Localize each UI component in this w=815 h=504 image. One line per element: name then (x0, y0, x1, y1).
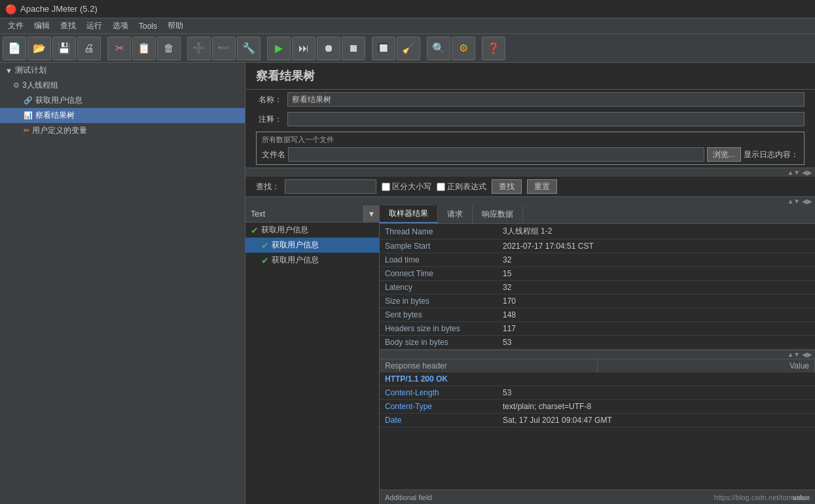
scroll-arrows-top: ▲▼ ◀▶ (787, 169, 812, 176)
tree-item-thread-group[interactable]: ⚙ 3人线程组 (0, 78, 245, 93)
comment-input[interactable] (287, 112, 805, 126)
remote-start-button[interactable]: ⚙ (452, 37, 475, 60)
resp-header-value: Sat, 17 Jul 2021 09:04:47 GMT (498, 414, 815, 427)
app-title: Apache JMeter (5.2) (20, 4, 98, 14)
resp-header-value: text/plain; charset=UTF-8 (498, 400, 815, 414)
menu-options[interactable]: 选项 (107, 19, 134, 33)
open-button[interactable]: 📂 (27, 37, 51, 60)
sampler-row: Latency32 (380, 281, 815, 295)
regex-check[interactable]: 正则表达式 (437, 181, 486, 192)
user-vars-icon: ✏ (24, 126, 29, 135)
additional-value: value (793, 494, 810, 501)
save-button[interactable]: 💾 (52, 37, 76, 60)
scroll-arrows-bottom: ▲▼ ◀▶ (787, 198, 812, 205)
menu-file[interactable]: 文件 (3, 19, 29, 33)
tree-item-test-plan[interactable]: ▼ 测试计划 (0, 63, 245, 78)
tab-response-data[interactable]: 响应数据 (473, 206, 523, 223)
log-label: 显示日志内容： (744, 149, 799, 160)
clear-button[interactable]: 🔲 (372, 37, 395, 60)
resp-header-key: Date (380, 414, 498, 427)
find-button[interactable]: 🔍 (427, 37, 450, 60)
saveas-button[interactable]: 🖨 (77, 37, 101, 60)
file-input[interactable] (288, 147, 704, 162)
sampler-key: Connect Time (380, 267, 498, 281)
resp-header-key: Content-Length (380, 386, 498, 400)
stop-button[interactable]: ⏺ (317, 37, 340, 60)
regex-checkbox[interactable] (437, 183, 445, 191)
copy-button[interactable]: 📋 (132, 37, 156, 60)
tree-item-view-results[interactable]: 📊 察看结果树 (0, 108, 245, 123)
comment-row: 注释： (245, 109, 815, 129)
sampler-row: Sent bytes148 (380, 308, 815, 322)
help-button[interactable]: ❓ (482, 37, 505, 60)
new-button[interactable]: 📄 (3, 37, 26, 60)
delete-button[interactable]: 🗑 (157, 37, 181, 60)
check-icon-0: ✔ (251, 225, 259, 236)
sampler-key: Body size in bytes (380, 336, 498, 350)
result-item-2[interactable]: ✔ 获取用户信息 (245, 253, 379, 268)
resp-row: DateSat, 17 Jul 2021 09:04:47 GMT (380, 414, 815, 427)
result-label-2: 获取用户信息 (272, 255, 319, 266)
tab-sampler-results[interactable]: 取样器结果 (380, 206, 438, 223)
add-button[interactable]: ➕ (187, 37, 211, 60)
clear-all-button[interactable]: 🧹 (397, 37, 420, 60)
toolbar: 📄 📂 💾 🖨 ✂ 📋 🗑 ➕ ➖ 🔧 ▶ ⏭ ⏺ ⏹ 🔲 🧹 🔍 ⚙ ❓ (0, 34, 815, 63)
shutdown-button[interactable]: ⏹ (342, 37, 365, 60)
test-plan-label: 测试计划 (15, 65, 46, 76)
thread-group-icon: ⚙ (13, 81, 20, 90)
sampler-row: Sample Start2021-07-17 17:04:51 CST (380, 240, 815, 253)
menu-help[interactable]: 帮助 (162, 19, 189, 33)
start-nopause-button[interactable]: ⏭ (292, 37, 316, 60)
file-section: 所有数据写入一个文件 文件名 浏览... 显示日志内容： (256, 132, 805, 165)
result-item-1[interactable]: ✔ 获取用户信息 (245, 238, 379, 253)
tree-panel-expand[interactable]: ▼ (363, 206, 379, 223)
tree-panel-title: Text (245, 209, 363, 219)
search-input[interactable] (285, 179, 376, 194)
menu-search[interactable]: 查找 (55, 19, 81, 33)
resp-header-value (498, 372, 815, 386)
sampler-value: 3人线程组 1-2 (498, 224, 815, 240)
result-item-0[interactable]: ✔ 获取用户信息 (245, 223, 379, 238)
sampler-value: 53 (498, 336, 815, 350)
resp-row: Content-Typetext/plain; charset=UTF-8 (380, 400, 815, 414)
result-label-1: 获取用户信息 (272, 240, 319, 251)
tabs-row: 取样器结果 请求 响应数据 (380, 206, 815, 224)
tree-item-user-vars[interactable]: ✏ 用户定义的变量 (0, 123, 245, 138)
menu-edit[interactable]: 编辑 (29, 19, 55, 33)
sampler-row: Headers size in bytes117 (380, 322, 815, 336)
sampler-key: Sent bytes (380, 308, 498, 322)
tree-panel: Text ▼ ✔ 获取用户信息 ✔ 获取用户信息 ✔ 获取用户信息 (245, 206, 380, 504)
tab-request[interactable]: 请求 (438, 206, 473, 223)
result-tree-items: ✔ 获取用户信息 ✔ 获取用户信息 ✔ 获取用户信息 (245, 223, 379, 504)
remove-button[interactable]: ➖ (212, 37, 236, 60)
name-input[interactable] (287, 92, 805, 107)
main-layout: ▼ 测试计划 ⚙ 3人线程组 🔗 获取用户信息 📊 察看结果树 ✏ 用户定义的变… (0, 63, 815, 504)
browse-button[interactable]: 浏览... (707, 147, 741, 162)
sampler-value: 15 (498, 267, 815, 281)
user-vars-label: 用户定义的变量 (32, 125, 87, 136)
resp-row: HTTP/1.1 200 OK (380, 372, 815, 386)
sampler-row: Body size in bytes53 (380, 336, 815, 350)
tree-item-get-user-info[interactable]: 🔗 获取用户信息 (0, 93, 245, 108)
search-button[interactable]: 查找 (492, 179, 522, 194)
regex-label: 正则表达式 (447, 181, 486, 192)
menu-run[interactable]: 运行 (81, 19, 107, 33)
sampler-row: Size in bytes170 (380, 295, 815, 308)
sampler-row: Load time32 (380, 253, 815, 267)
name-label: 名称： (256, 94, 282, 105)
reset-button[interactable]: 重置 (527, 179, 557, 194)
resp-header-key: HTTP/1.1 200 OK (380, 372, 498, 386)
resp-col-header: Response header (380, 359, 598, 372)
additional-field-bar: Additional field value (380, 490, 815, 504)
case-sensitive-label: 区分大小写 (392, 181, 431, 192)
response-scroll-arrows: ▲▼ ◀▶ (787, 351, 812, 358)
case-sensitive-check[interactable]: 区分大小写 (382, 181, 431, 192)
get-user-label: 获取用户信息 (35, 95, 82, 106)
menu-tools[interactable]: Tools (134, 20, 162, 32)
sampler-value: 117 (498, 322, 815, 336)
case-sensitive-checkbox[interactable] (382, 183, 390, 191)
cut-button[interactable]: ✂ (107, 37, 131, 60)
right-panel: 察看结果树 名称： 注释： 所有数据写入一个文件 文件名 浏览... 显示日志内… (245, 63, 815, 504)
start-button[interactable]: ▶ (267, 37, 291, 60)
toggle-button[interactable]: 🔧 (237, 37, 261, 60)
